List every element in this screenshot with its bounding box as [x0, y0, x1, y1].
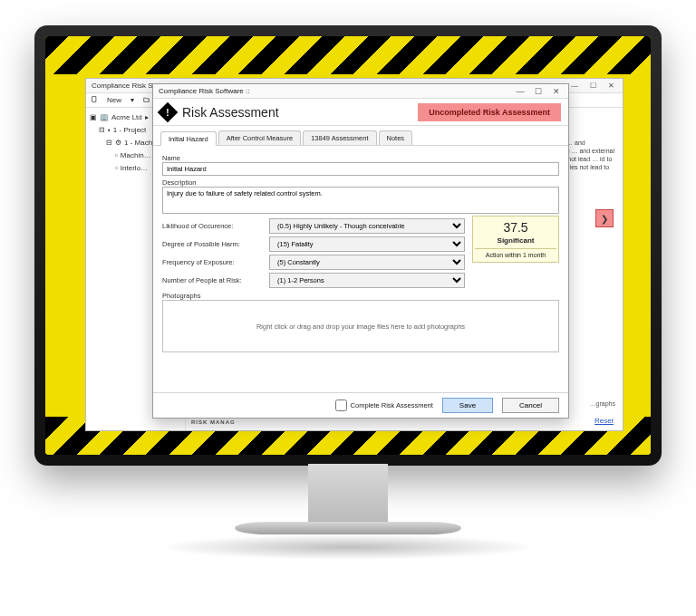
- tree-interlock[interactable]: Interlo…: [121, 163, 148, 174]
- reset-link[interactable]: Reset: [594, 417, 614, 425]
- brand-subtext: RISK MANAG: [191, 419, 244, 425]
- maximize-icon[interactable]: ☐: [586, 82, 599, 90]
- risk-action: Action within 1 month: [475, 248, 556, 258]
- hazard-stripe-top: [45, 36, 651, 74]
- dialog-titlebar-text: Compliance Risk Software ::: [159, 87, 249, 95]
- cancel-button[interactable]: Cancel: [502, 398, 559, 413]
- complete-checkbox[interactable]: [335, 399, 347, 411]
- new-button[interactable]: New: [107, 96, 121, 104]
- name-label: Name: [162, 154, 559, 162]
- description-input[interactable]: Injury due to failure of safety related …: [162, 187, 559, 214]
- monitor-stand-neck: [308, 464, 388, 527]
- monitor-shadow: [158, 534, 538, 560]
- people-label: Number of People at Risk:: [162, 276, 262, 284]
- dialog-footer: Complete Risk Assessment Save Cancel: [153, 392, 568, 418]
- minimize-icon[interactable]: —: [514, 87, 527, 96]
- chevron-right-icon: ❯: [601, 214, 608, 224]
- doc-icon: ▫: [115, 150, 118, 161]
- photo-hint: Right click or drag and drop your image …: [256, 322, 465, 331]
- risk-score: 37.5: [475, 220, 556, 235]
- close-icon[interactable]: ✕: [550, 87, 563, 96]
- monitor-screen: Compliance Risk Software — ☐ ✕ New ▾ Ope…: [45, 36, 651, 455]
- window-controls: — ☐ ✕: [568, 82, 617, 90]
- frequency-select[interactable]: (5) Constantly: [269, 255, 465, 270]
- harm-select[interactable]: (15) Fatality: [269, 236, 465, 252]
- harm-label: Degree of Possible Harm:: [162, 240, 262, 248]
- svg-rect-0: [92, 97, 96, 102]
- dialog-titlebar: Compliance Risk Software :: — ☐ ✕: [153, 84, 568, 99]
- risk-assessment-dialog: Compliance Risk Software :: — ☐ ✕ Risk A…: [152, 83, 569, 419]
- save-button[interactable]: Save: [442, 398, 493, 413]
- close-icon[interactable]: ✕: [604, 82, 617, 90]
- tab-initial-hazard[interactable]: Initial Hazard: [160, 131, 217, 146]
- likelihood-select[interactable]: (0.5) Highly Unlikely - Though conceivab…: [269, 218, 465, 234]
- risk-score-panel: 37.5 Significant Action within 1 month: [472, 216, 559, 263]
- tab-notes[interactable]: Notes: [379, 130, 413, 145]
- form-body: Name Description Injury due to failure o…: [153, 146, 568, 392]
- name-input[interactable]: [162, 162, 559, 176]
- risk-severity: Significant: [475, 236, 556, 245]
- photo-dropzone[interactable]: Right click or drag and drop your image …: [162, 300, 559, 352]
- dialog-heading: Risk Assessment: [182, 105, 279, 120]
- graphs-label: …graphs: [590, 400, 615, 407]
- complete-checkbox-label[interactable]: Complete Risk Assessment: [335, 399, 433, 411]
- tree-company[interactable]: Acme Ltd: [111, 112, 142, 123]
- tab-13849[interactable]: 13849 Assessment: [303, 130, 376, 145]
- next-arrow-button[interactable]: ❯: [595, 209, 614, 227]
- status-banner: Uncompleted Risk Assessment: [418, 103, 561, 121]
- monitor-frame: Compliance Risk Software — ☐ ✕ New ▾ Ope…: [34, 25, 662, 466]
- frequency-label: Frequency of Exposure:: [162, 258, 262, 266]
- monitor-stand-base: [235, 522, 461, 534]
- description-label: Description: [162, 178, 559, 187]
- doc-icon: ▫: [115, 163, 118, 174]
- likelihood-label: Liklihood of Occurence:: [162, 222, 262, 230]
- briefcase-icon: ▪: [108, 125, 111, 136]
- photos-label: Photographs: [162, 292, 559, 300]
- hazard-diamond-icon: [158, 101, 179, 122]
- tab-after-control[interactable]: After Control Measure: [218, 130, 301, 145]
- tree-project[interactable]: 1 - Project: [113, 125, 146, 136]
- building-icon: 🏢: [100, 112, 109, 123]
- tree-machin[interactable]: Machin…: [121, 150, 151, 161]
- people-select[interactable]: (1) 1-2 Persons: [269, 273, 465, 288]
- maximize-icon[interactable]: ☐: [532, 87, 545, 96]
- file-new-icon[interactable]: [92, 96, 98, 104]
- dialog-header: Risk Assessment Uncompleted Risk Assessm…: [153, 99, 568, 126]
- tab-strip: Initial Hazard After Control Measure 138…: [153, 126, 568, 146]
- gear-icon: ⚙: [115, 138, 121, 149]
- complete-label-text: Complete Risk Assessment: [351, 401, 433, 409]
- minimize-icon[interactable]: —: [568, 82, 581, 90]
- folder-open-icon[interactable]: [143, 96, 150, 104]
